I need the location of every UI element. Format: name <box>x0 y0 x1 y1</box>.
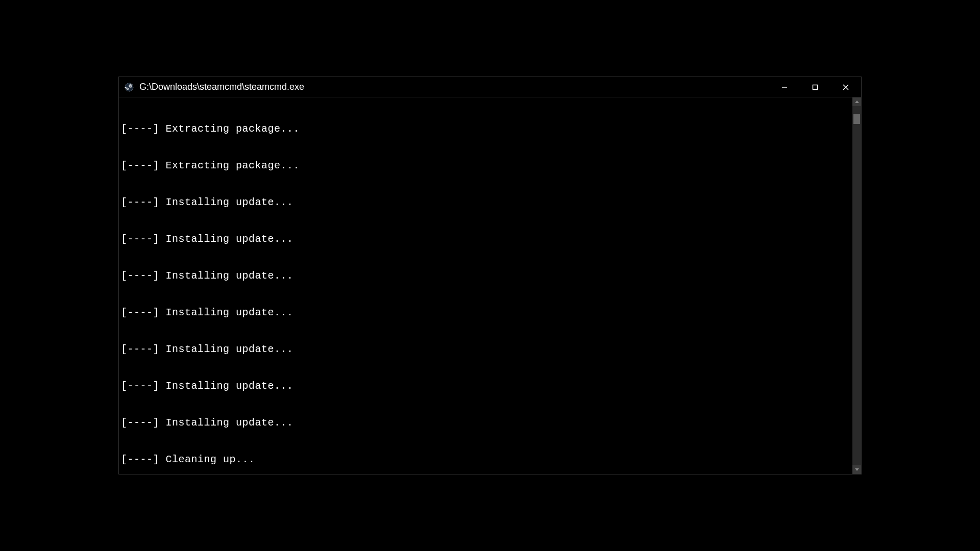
window-title: G:\Downloads\steamcmd\steamcmd.exe <box>139 82 304 92</box>
maximize-button[interactable] <box>800 77 830 97</box>
output-line: [----] Installing update... <box>121 233 859 245</box>
svg-rect-7 <box>813 85 818 89</box>
scroll-thumb[interactable] <box>853 114 860 124</box>
output-line: [----] Installing update... <box>121 270 859 282</box>
window-controls <box>769 77 861 97</box>
output-line: [----] Installing update... <box>121 307 859 319</box>
console-content: [----] Extracting package... [----] Extr… <box>119 97 861 474</box>
output-line: [----] Installing update... <box>121 380 859 392</box>
output-line: [----] Cleaning up... <box>121 454 859 466</box>
scroll-up-button[interactable] <box>852 97 861 106</box>
vertical-scrollbar[interactable] <box>852 97 861 474</box>
minimize-button[interactable] <box>769 77 800 97</box>
terminal-output[interactable]: [----] Extracting package... [----] Extr… <box>119 97 861 474</box>
titlebar[interactable]: G:\Downloads\steamcmd\steamcmd.exe <box>119 77 861 97</box>
close-button[interactable] <box>830 77 861 97</box>
output-line: [----] Installing update... <box>121 417 859 429</box>
svg-point-5 <box>127 88 128 89</box>
svg-point-1 <box>125 83 134 91</box>
output-line: [----] Installing update... <box>121 343 859 356</box>
scroll-down-button[interactable] <box>852 465 861 474</box>
console-window: G:\Downloads\steamcmd\steamcmd.exe [----… <box>118 77 862 474</box>
output-line: [----] Extracting package... <box>121 123 859 135</box>
output-line: [----] Extracting package... <box>121 160 859 172</box>
output-line: [----] Installing update... <box>121 196 859 209</box>
steam-icon <box>124 82 134 92</box>
svg-point-3 <box>130 85 131 86</box>
